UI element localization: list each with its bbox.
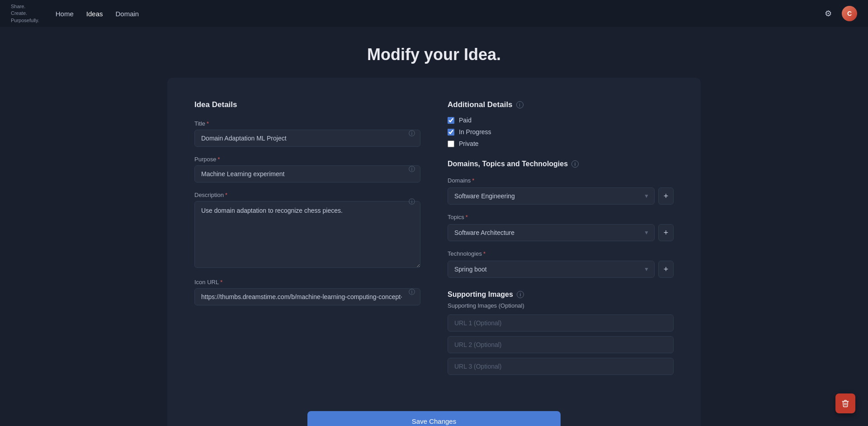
topics-label: Topics* (448, 214, 674, 220)
private-checkbox[interactable] (448, 140, 454, 147)
description-info-icon: ⓘ (409, 198, 415, 206)
additional-details-info-icon: i (516, 101, 524, 108)
domains-topics-info-icon: i (571, 160, 579, 168)
supporting-images-info-icon: i (517, 291, 524, 298)
settings-button[interactable]: ⚙ (820, 5, 836, 22)
title-label: Title* (194, 120, 420, 127)
checkbox-in-progress[interactable]: In Progress (448, 128, 674, 136)
technologies-select[interactable]: Spring boot (448, 261, 655, 278)
idea-details-column: Idea Details Title* ⓘ Purpose* ⓘ Descrip… (194, 100, 420, 379)
additional-details-section: Additional Details i Paid In Progress Pr… (448, 100, 674, 147)
domains-label: Domains* (448, 177, 674, 184)
additional-details-title: Additional Details (448, 100, 513, 109)
page-title-section: Modify your Idea. (0, 27, 868, 78)
technologies-add-button[interactable]: + (658, 261, 674, 278)
topics-select-wrapper: Software Architecture ▼ (448, 224, 655, 241)
checkbox-paid[interactable]: Paid (448, 117, 674, 124)
url2-input[interactable] (448, 336, 674, 353)
purpose-label: Purpose* (194, 156, 420, 163)
nav-home[interactable]: Home (56, 8, 74, 19)
avatar[interactable]: C (842, 6, 857, 21)
page-title: Modify your Idea. (0, 45, 868, 64)
technologies-select-wrapper: Spring boot ▼ (448, 261, 655, 278)
navbar: Share. Create. Purposefully. Home Ideas … (0, 0, 868, 27)
technologies-label: Technologies* (448, 250, 674, 257)
url1-input[interactable] (448, 314, 674, 332)
save-section: Save Changes (194, 411, 674, 426)
domains-subsection: Domains* Software Engineering ▼ + (448, 177, 674, 205)
description-field-wrapper: Description* ⓘ (194, 192, 420, 270)
paid-checkbox[interactable] (448, 117, 454, 124)
idea-details-title: Idea Details (194, 100, 420, 109)
domains-select-wrapper: Software Engineering ▼ (448, 187, 655, 205)
purpose-field-wrapper: Purpose* ⓘ (194, 156, 420, 183)
in-progress-checkbox[interactable] (448, 129, 454, 136)
description-textarea[interactable] (194, 201, 420, 268)
nav-icons: ⚙ C (820, 5, 857, 22)
purpose-input[interactable] (194, 165, 420, 183)
domains-topics-section: Domains, Topics and Technologies i Domai… (448, 160, 674, 278)
icon-url-info-icon: ⓘ (409, 288, 415, 296)
right-column: Additional Details i Paid In Progress Pr… (448, 100, 674, 379)
title-input[interactable] (194, 130, 420, 147)
icon-url-input[interactable] (194, 288, 420, 305)
nav-domain[interactable]: Domain (116, 8, 139, 19)
domains-select-row: Software Engineering ▼ + (448, 187, 674, 205)
topics-select[interactable]: Software Architecture (448, 224, 655, 241)
nav-ideas[interactable]: Ideas (86, 8, 103, 19)
topics-subsection: Topics* Software Architecture ▼ + (448, 214, 674, 241)
private-label: Private (459, 140, 479, 147)
topics-add-button[interactable]: + (658, 224, 674, 241)
topics-select-row: Software Architecture ▼ + (448, 224, 674, 241)
icon-url-field-wrapper: Icon URL* ⓘ (194, 279, 420, 305)
description-label: Description* (194, 192, 420, 198)
url3-input[interactable] (448, 358, 674, 375)
checkbox-private[interactable]: Private (448, 140, 674, 147)
title-field-wrapper: Title* ⓘ (194, 120, 420, 147)
supporting-images-title: Supporting Images i (448, 290, 674, 299)
nav-links: Home Ideas Domain (56, 8, 139, 19)
purpose-info-icon: ⓘ (409, 165, 415, 173)
delete-button[interactable] (835, 393, 855, 413)
trash-icon (841, 399, 849, 407)
icon-url-label: Icon URL* (194, 279, 420, 286)
domains-topics-title: Domains, Topics and Technologies i (448, 160, 674, 168)
main-card: Idea Details Title* ⓘ Purpose* ⓘ Descrip… (167, 78, 701, 426)
supporting-images-sublabel: Supporting Images (Optional) (448, 302, 674, 309)
domains-add-button[interactable]: + (658, 187, 674, 205)
technologies-select-row: Spring boot ▼ + (448, 261, 674, 278)
save-button[interactable]: Save Changes (307, 411, 561, 426)
supporting-images-section: Supporting Images i Supporting Images (O… (448, 290, 674, 379)
in-progress-label: In Progress (459, 128, 491, 136)
title-info-icon: ⓘ (409, 130, 415, 138)
brand-tagline: Share. Create. Purposefully. (11, 3, 39, 24)
domains-select[interactable]: Software Engineering (448, 187, 655, 205)
paid-label: Paid (459, 117, 472, 124)
technologies-subsection: Technologies* Spring boot ▼ + (448, 250, 674, 278)
checkbox-group: Paid In Progress Private (448, 117, 674, 147)
